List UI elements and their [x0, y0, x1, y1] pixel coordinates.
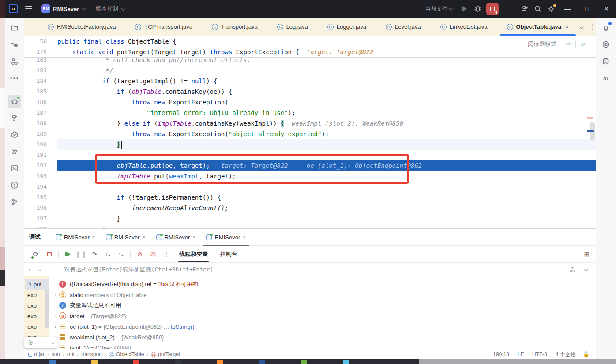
line-number[interactable]: 191: [24, 150, 47, 160]
breadcrumb-item[interactable]: CObjectTable: [109, 351, 144, 357]
close-tab-icon[interactable]: ×: [192, 234, 195, 240]
code-with-me-button[interactable]: [518, 2, 531, 15]
lock-icon[interactable]: 🔓: [583, 351, 590, 357]
variable-row[interactable]: ›oe (slot_1) = {ObjectEndpoint@862} … to…: [52, 321, 596, 332]
disable-breakpoint-icon[interactable]: ∅: [147, 249, 159, 260]
vcs-widget[interactable]: 版本控制: [95, 5, 118, 13]
close-button[interactable]: ✕: [597, 0, 616, 18]
caret-position[interactable]: 190:18: [493, 351, 509, 357]
error-stripe-mark[interactable]: [587, 117, 593, 119]
database-icon[interactable]: [599, 55, 612, 68]
file-tab-transport-java[interactable]: CTransport.java: [202, 18, 267, 36]
view-tab-console[interactable]: 控制台: [215, 246, 243, 262]
line-number[interactable]: 186: [24, 97, 47, 108]
maximize-button[interactable]: □: [577, 0, 597, 18]
line-number[interactable]: 187: [24, 108, 47, 118]
frame-row[interactable]: exp: [24, 311, 49, 321]
variable-row[interactable]: ›Sstatic members of ObjectTable: [52, 290, 596, 300]
expand-arrow-icon[interactable]: ›: [52, 313, 59, 319]
line-ending[interactable]: LF: [518, 351, 524, 357]
problems-icon[interactable]: [8, 178, 21, 192]
rerun-icon[interactable]: ⟳: [30, 249, 41, 260]
stop-icon[interactable]: [43, 249, 55, 260]
step-into-icon[interactable]: ↓●: [102, 249, 113, 260]
line-number[interactable]: 195: [24, 192, 47, 203]
file-tab-log-java[interactable]: CLog.java: [267, 18, 318, 36]
caret-stripe-mark[interactable]: [587, 130, 594, 132]
taskbar-app-icon[interactable]: [91, 360, 98, 364]
notifications-icon[interactable]: [599, 21, 612, 34]
resume-icon[interactable]: [62, 249, 74, 260]
run-button[interactable]: [458, 2, 471, 15]
main-menu-button[interactable]: [22, 2, 35, 15]
pause-icon[interactable]: ❙❙: [75, 249, 87, 260]
more-icon[interactable]: •••: [8, 71, 21, 85]
breadcrumb-item[interactable]: transport: [81, 351, 102, 357]
stop-button[interactable]: 4: [486, 3, 499, 15]
git-icon[interactable]: [8, 195, 21, 208]
layout-settings-icon[interactable]: ⊞: [584, 250, 590, 258]
taskbar-app-icon[interactable]: [259, 360, 265, 364]
chevron-down-icon[interactable]: [584, 267, 589, 271]
line-number[interactable]: 193: [24, 171, 47, 182]
taskbar-app-icon[interactable]: [301, 360, 307, 364]
line-number[interactable]: 188: [24, 118, 47, 129]
file-tab-linkedlist-java[interactable]: CLinkedList.java: [431, 18, 497, 36]
taskbar-app-icon[interactable]: [217, 360, 223, 364]
hammer-icon[interactable]: [8, 111, 21, 125]
more-icon[interactable]: ⋮: [161, 249, 172, 260]
structure-icon[interactable]: [8, 55, 21, 68]
debug-session-tab[interactable]: RMISever×: [201, 229, 251, 246]
file-encoding[interactable]: UTF-8: [532, 351, 547, 357]
line-number[interactable]: 185: [24, 86, 47, 97]
taskbar-app-icon[interactable]: [49, 360, 56, 364]
debug-icon[interactable]: [8, 95, 21, 108]
step-out-icon[interactable]: ↑●: [115, 249, 127, 260]
frame-row[interactable]: exp: [24, 290, 49, 300]
maven-icon[interactable]: m: [599, 71, 612, 85]
step-over-icon[interactable]: ↷: [89, 249, 100, 260]
hint-popup[interactable]: 使... ×: [24, 337, 58, 349]
expand-arrow-icon[interactable]: ›: [52, 292, 59, 297]
add-to-watches-icon[interactable]: ＋oo: [570, 266, 575, 272]
settings-button[interactable]: [545, 2, 558, 15]
file-tab-rmisocketfactory-java[interactable]: CRMISocketFactory.java: [38, 18, 125, 36]
line-number[interactable]: 184: [24, 76, 47, 86]
ai-assistant-icon[interactable]: [599, 38, 612, 51]
debug-button[interactable]: [471, 2, 485, 15]
taskbar-app-icon[interactable]: [133, 360, 139, 364]
frame-row[interactable]: ↰put: [25, 279, 49, 290]
line-number[interactable]: 189: [24, 129, 47, 139]
file-tab-tcptransport-java[interactable]: CTCPTransport.java: [125, 18, 202, 36]
debug-session-tab[interactable]: RMISever×: [50, 229, 101, 246]
code-editor[interactable]: 182 * null check and put/increment effec…: [24, 36, 596, 228]
file-tab-objecttable-java[interactable]: CObjectTable.java×: [497, 18, 578, 36]
terminal-icon[interactable]: [8, 162, 21, 175]
line-number[interactable]: 170: [24, 47, 47, 57]
evaluate-expression-input[interactable]: [64, 266, 570, 273]
help-scribble-icon[interactable]: ?: [8, 38, 21, 51]
close-tab-icon[interactable]: ×: [143, 234, 146, 240]
close-tab-icon[interactable]: ×: [243, 234, 246, 240]
line-number[interactable]: 194: [24, 182, 47, 192]
line-number[interactable]: 50: [24, 36, 47, 47]
close-icon[interactable]: ×: [51, 340, 54, 346]
close-tab-icon[interactable]: ×: [92, 234, 95, 240]
variable-row[interactable]: ›ptarget = {Target@822}: [52, 311, 596, 321]
variables-pane[interactable]: !((UnicastServerRef)this.disp).ref = 'th…: [49, 276, 596, 349]
breadcrumb-item[interactable]: mputTarget: [151, 351, 180, 357]
variable-row[interactable]: i变量调试信息不可用: [52, 300, 596, 311]
debug-session-tab[interactable]: RMISever×: [101, 229, 151, 246]
expand-evaluate-icon[interactable]: ›: [24, 266, 35, 273]
close-tab-icon[interactable]: ×: [565, 23, 569, 30]
search-everywhere-button[interactable]: [531, 2, 545, 15]
indent-setting[interactable]: 4 个空格: [556, 351, 576, 358]
folder-icon[interactable]: [8, 21, 21, 34]
history-chevron-icon[interactable]: [38, 267, 42, 271]
frame-row[interactable]: exp: [24, 321, 49, 332]
variable-row[interactable]: !((UnicastServerRef)this.disp).ref = 'th…: [52, 279, 596, 290]
taskbar-app-icon[interactable]: [175, 360, 181, 364]
project-selector[interactable]: RMISever: [53, 6, 79, 12]
line-number[interactable]: 192: [24, 160, 47, 171]
services-icon[interactable]: [8, 128, 21, 141]
